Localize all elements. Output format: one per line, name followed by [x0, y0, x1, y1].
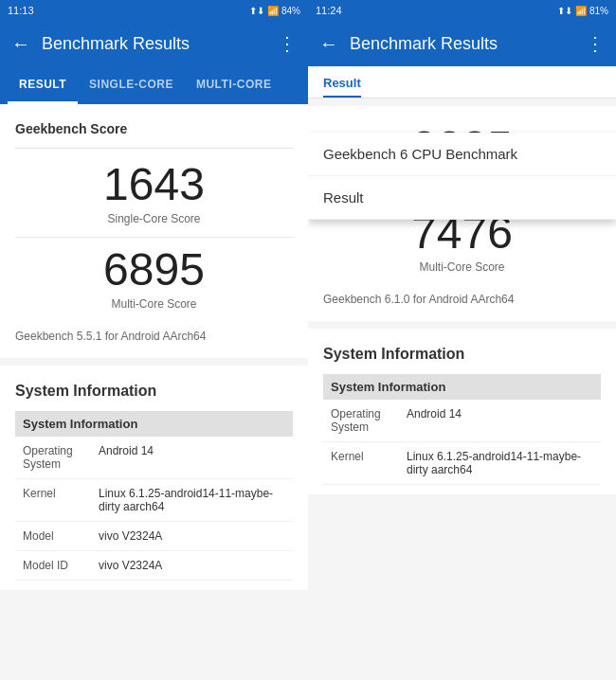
- right-panel: 11:24 ⬆⬇ 📶 81% ← Benchmark Results ⋮ Gee…: [308, 0, 616, 680]
- left-score-section: Geekbench Score 1643 Single-Core Score 6…: [0, 104, 308, 358]
- left-sys-info-table-header: System Information: [15, 411, 293, 437]
- right-more-icon[interactable]: ⋮: [586, 32, 605, 55]
- right-status-bar: 11:24 ⬆⬇ 📶 81%: [308, 0, 616, 21]
- left-tab-single-core[interactable]: SINGLE-CORE: [78, 66, 185, 104]
- left-row-kernel-value: Linux 6.1.25-android14-11-maybe-dirty aa…: [99, 487, 285, 513]
- left-content: Geekbench Score 1643 Single-Core Score 6…: [0, 104, 308, 680]
- left-title: Benchmark Results: [42, 34, 278, 54]
- left-signal-icon: ⬆⬇: [249, 6, 264, 16]
- right-dropdown[interactable]: Geekbench 6 CPU Benchmark Result: [308, 133, 616, 220]
- right-row-os: Operating System Android 14: [323, 400, 601, 442]
- left-multi-core-block: 6895 Multi-Core Score: [15, 245, 293, 311]
- left-tab-result[interactable]: RESULT: [8, 66, 78, 104]
- right-signal-icon: ⬆⬇: [557, 6, 572, 16]
- left-row-os: Operating System Android 14: [15, 437, 293, 479]
- left-row-kernel: Kernel Linux 6.1.25-android14-11-maybe-d…: [15, 479, 293, 522]
- left-row-os-key: Operating System: [23, 444, 99, 471]
- right-sys-info-table-header: System Information: [323, 374, 601, 400]
- left-tab-bar: RESULT SINGLE-CORE MULTI-CORE: [0, 66, 308, 104]
- right-bench-version: Geekbench 6.1.0 for Android AArch64: [323, 285, 601, 306]
- left-section-title: Geekbench Score: [15, 114, 293, 149]
- right-dropdown-item-1[interactable]: Result: [308, 176, 616, 220]
- right-row-os-value: Android 14: [407, 407, 593, 434]
- left-back-icon[interactable]: ←: [11, 33, 30, 55]
- left-multi-core-label: Multi-Core Score: [15, 297, 293, 311]
- right-top-bar: ← Benchmark Results ⋮: [308, 21, 616, 66]
- left-time: 11:13: [8, 5, 34, 16]
- left-row-os-value: Android 14: [99, 444, 285, 471]
- left-top-bar: ← Benchmark Results ⋮: [0, 21, 308, 66]
- left-single-core-block: 1643 Single-Core Score: [15, 160, 293, 225]
- left-bench-version: Geekbench 5.5.1 for Android AArch64: [15, 322, 293, 343]
- right-title: Benchmark Results: [350, 34, 586, 54]
- left-row-kernel-key: Kernel: [23, 487, 99, 513]
- left-panel: 11:13 ⬆⬇ 📶 84% ← Benchmark Results ⋮ RES…: [0, 0, 308, 680]
- left-row-model-key: Model: [23, 529, 99, 543]
- right-row-kernel-key: Kernel: [331, 450, 407, 476]
- left-sys-info-section: System Information System Information Op…: [0, 366, 308, 590]
- left-single-core-score: 1643: [15, 160, 293, 210]
- left-row-model-id: Model ID vivo V2324A: [15, 551, 293, 581]
- right-dropdown-item-0[interactable]: Geekbench 6 CPU Benchmark: [308, 133, 616, 176]
- right-time: 11:24: [316, 5, 342, 16]
- right-back-icon[interactable]: ←: [319, 33, 338, 55]
- right-sys-info-section: System Information System Information Op…: [308, 329, 616, 494]
- left-row-model-value: vivo V2324A: [99, 529, 285, 543]
- left-multi-core-score: 6895: [15, 245, 293, 295]
- right-multi-core-label: Multi-Core Score: [323, 260, 601, 274]
- right-status-icons: ⬆⬇ 📶 81%: [557, 6, 608, 16]
- left-wifi-icon: 📶: [267, 6, 279, 16]
- left-battery: 84%: [281, 6, 300, 16]
- right-row-kernel: Kernel Linux 6.1.25-android14-11-maybe-d…: [323, 442, 601, 485]
- left-status-bar: 11:13 ⬆⬇ 📶 84%: [0, 0, 308, 21]
- left-tab-multi-core[interactable]: MULTI-CORE: [185, 66, 282, 104]
- right-panel-inner: Geekbench 6 CPU Benchmark Result Result …: [308, 66, 616, 680]
- right-wifi-icon: 📶: [575, 6, 587, 16]
- left-row-model: Model vivo V2324A: [15, 522, 293, 551]
- left-sys-info-header: System Information: [15, 375, 293, 411]
- right-row-os-key: Operating System: [331, 407, 407, 434]
- left-row-model-id-value: vivo V2324A: [99, 559, 285, 572]
- left-status-icons: ⬆⬇ 📶 84%: [249, 6, 300, 16]
- left-single-core-label: Single-Core Score: [15, 212, 293, 225]
- left-more-icon[interactable]: ⋮: [278, 32, 297, 55]
- right-row-kernel-value: Linux 6.1.25-android14-11-maybe-dirty aa…: [407, 450, 593, 476]
- right-battery: 81%: [589, 6, 608, 16]
- left-row-model-id-key: Model ID: [23, 559, 99, 572]
- right-sys-info-header: System Information: [323, 338, 601, 374]
- right-result-tab-indicator: Result: [308, 66, 616, 98]
- right-result-tab-text[interactable]: Result: [323, 66, 361, 98]
